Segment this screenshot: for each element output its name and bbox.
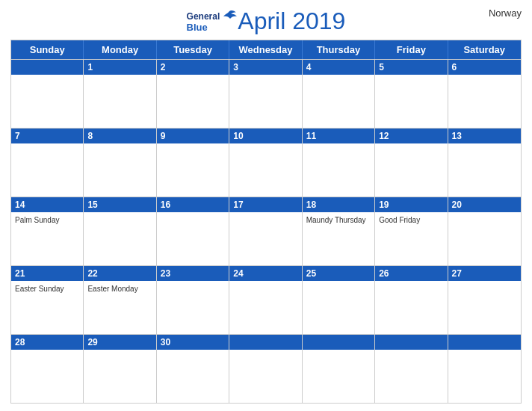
cell-date-bar: 4 [303, 60, 374, 75]
cell-date-number: 20 [452, 200, 462, 210]
calendar-cell: 4 [303, 60, 375, 128]
calendar-cell: 26 [375, 266, 448, 334]
cell-date-number: 24 [233, 268, 243, 279]
calendar-cell: 28 [11, 335, 84, 403]
cell-holiday-label: Easter Sunday [15, 285, 79, 293]
cell-date-bar: 14 [11, 197, 83, 212]
day-header-wednesday: Wednesday [229, 40, 302, 59]
cell-date-bar: 18 [303, 197, 374, 212]
cell-date-bar: 8 [84, 129, 155, 143]
cell-date-bar: 28 [11, 335, 83, 350]
cell-date-number: 28 [15, 337, 25, 347]
cell-date-number: 16 [161, 200, 170, 210]
calendar-week-5: 282930 [11, 334, 521, 403]
logo-text-general: General [187, 11, 220, 22]
cell-date-number: 12 [379, 131, 389, 141]
cell-date-bar: 20 [448, 197, 521, 212]
cell-date-bar: 26 [375, 266, 447, 281]
cell-date-bar: 16 [157, 197, 229, 212]
calendar-cell: 12 [375, 129, 448, 197]
day-header-friday: Friday [375, 40, 448, 59]
cell-date-bar: 17 [229, 197, 301, 212]
cell-empty-bar [229, 335, 301, 350]
calendar-cell: 27 [448, 266, 521, 334]
cell-empty-bar [11, 60, 83, 75]
cell-date-number: 27 [452, 268, 462, 279]
cell-empty-bar [303, 335, 374, 350]
cell-holiday-label: Maundy Thursday [306, 216, 371, 224]
calendar-week-1: 123456 [11, 59, 521, 128]
day-header-thursday: Thursday [303, 40, 375, 59]
cell-date-number: 11 [306, 131, 316, 141]
cell-date-number: 5 [379, 62, 384, 72]
cell-date-bar: 3 [229, 60, 301, 75]
calendar-cell: 7 [11, 129, 84, 197]
cell-date-number: 9 [161, 131, 166, 141]
calendar-cell: 6 [448, 60, 521, 128]
cell-date-number: 6 [452, 62, 457, 72]
cell-date-number: 19 [379, 200, 389, 210]
calendar-cell: 2 [157, 60, 229, 128]
cell-date-number: 4 [306, 62, 312, 72]
calendar-cell [375, 335, 448, 403]
calendar-cell [229, 335, 302, 403]
calendar-week-4: 21Easter Sunday22Easter Monday2324252627 [11, 265, 521, 334]
cell-date-bar: 6 [448, 60, 521, 75]
cell-date-number: 29 [87, 337, 97, 347]
day-header-sunday: Sunday [11, 40, 84, 59]
calendar-cell: 19Good Friday [375, 197, 448, 265]
calendar-cell: 15 [84, 197, 156, 265]
cell-holiday-label: Good Friday [379, 216, 443, 224]
calendar-body: 1234567891011121314Palm Sunday15161718Ma… [11, 59, 521, 403]
cell-date-bar: 23 [157, 266, 229, 281]
calendar-title: April 2019 [238, 7, 345, 35]
cell-date-bar: 25 [303, 266, 374, 281]
logo-bird-icon [221, 10, 238, 23]
calendar-cell: 8 [84, 129, 156, 197]
cell-date-number: 18 [306, 200, 316, 210]
cell-date-bar: 15 [84, 197, 155, 212]
cell-date-number: 25 [306, 268, 316, 279]
calendar-cell: 20 [448, 197, 521, 265]
calendar-cell: 5 [375, 60, 448, 128]
cell-date-bar: 5 [375, 60, 447, 75]
cell-date-number: 10 [233, 131, 243, 141]
calendar-week-3: 14Palm Sunday15161718Maundy Thursday19Go… [11, 197, 521, 265]
cell-date-bar: 29 [84, 335, 155, 350]
calendar-cell: 24 [229, 266, 302, 334]
calendar-cell [303, 335, 375, 403]
calendar-grid: SundayMondayTuesdayWednesdayThursdayFrid… [10, 40, 522, 404]
cell-date-number: 3 [233, 62, 238, 72]
calendar-cell: 29 [84, 335, 156, 403]
cell-date-number: 1 [87, 62, 93, 72]
cell-date-bar: 1 [84, 60, 155, 75]
calendar-cell: 1 [84, 60, 156, 128]
cell-date-number: 14 [15, 200, 25, 210]
country-label: Norway [489, 7, 522, 19]
cell-date-number: 22 [87, 268, 97, 279]
logo-text-blue: Blue [187, 22, 208, 33]
cell-date-bar: 21 [11, 266, 83, 281]
cell-date-number: 17 [233, 200, 243, 210]
cell-date-number: 2 [161, 62, 166, 72]
cell-empty-bar [448, 335, 521, 350]
cell-date-bar: 2 [157, 60, 229, 75]
calendar-cell: 14Palm Sunday [11, 197, 84, 265]
cell-date-bar: 12 [375, 129, 447, 143]
cell-date-bar: 11 [303, 129, 374, 143]
cell-date-bar: 9 [157, 129, 229, 143]
calendar-cell: 25 [303, 266, 375, 334]
calendar-cell: 10 [229, 129, 302, 197]
page-header: General Blue April 2019 Norway [10, 7, 522, 35]
calendar-cell: 11 [303, 129, 375, 197]
calendar-cell: 3 [229, 60, 302, 128]
day-header-saturday: Saturday [448, 40, 521, 59]
cell-date-number: 23 [161, 268, 170, 279]
day-header-monday: Monday [84, 40, 156, 59]
calendar-week-2: 78910111213 [11, 128, 521, 197]
calendar-header: SundayMondayTuesdayWednesdayThursdayFrid… [11, 40, 521, 59]
cell-date-bar: 22 [84, 266, 155, 281]
cell-date-bar: 7 [11, 129, 83, 143]
cell-date-number: 7 [15, 131, 20, 141]
cell-empty-bar [375, 335, 447, 350]
